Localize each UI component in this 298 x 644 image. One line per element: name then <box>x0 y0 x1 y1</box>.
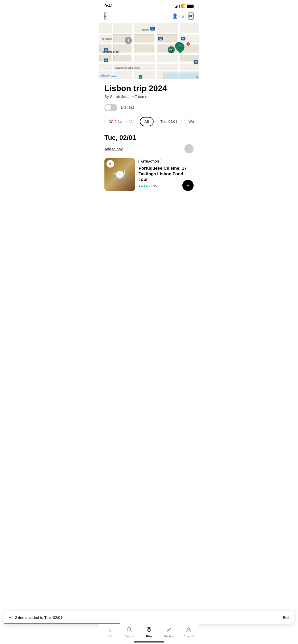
stars-display: ● ● ● ● ● <box>139 184 150 188</box>
map-label-santa-justa: Elevador de Santa Justa <box>115 67 140 69</box>
signal-icon <box>175 5 180 8</box>
wed-label: Wed, 03/01 <box>188 120 194 124</box>
tram-icon-4: 🚋 <box>104 48 108 52</box>
add-to-day-row: Add to day <box>104 144 194 153</box>
google-logo: Google <box>101 74 110 77</box>
map-background: Rossio Castelo de S ão Roque BAIRRO ALTO… <box>99 23 199 79</box>
trip-item-count: 7 items <box>135 94 147 99</box>
date-filter-range[interactable]: 📅 2 Jan → 11 <box>104 117 137 126</box>
metro-2: M <box>181 37 185 40</box>
toggle-knob <box>105 105 111 111</box>
star-4: ● <box>146 184 148 188</box>
add-person-button[interactable]: 👤+ 0 <box>172 13 184 19</box>
content-area: Lisbon trip 2024 By Sarah Jonas • 7 item… <box>99 79 199 191</box>
edit-button[interactable]: ✏ <box>188 12 194 20</box>
tue-label: Tue, 02/01 <box>160 120 177 124</box>
item-badge: ATTRACTION <box>139 159 161 164</box>
tram-icon-1: 🚋 <box>104 58 108 62</box>
star-3: ● <box>143 184 145 188</box>
item-card-food-tour: 🍽️ ♥ ATTRACTION Portuguese Cuisine: 17 T… <box>104 158 194 191</box>
edit-list-row: Edit list <box>104 104 194 111</box>
rating-count: 595 <box>151 184 157 188</box>
trip-separator: • <box>132 94 135 99</box>
action-icon: + <box>186 182 190 189</box>
date-filter-row: 📅 2 Jan → 11 All Tue, 02/01 Wed, 03/01 <box>104 117 194 127</box>
item-name: Portuguese Cuisine: 17 Tastings Lisbon F… <box>139 166 194 182</box>
day-header: Tue, 02/01 <box>104 134 194 142</box>
header-actions: 👤+ 0 ✏ <box>172 12 194 20</box>
star-1: ● <box>139 184 141 188</box>
date-filter-wed[interactable]: Wed, 03/01 <box>184 117 194 126</box>
all-label: All <box>144 120 149 124</box>
date-range-label: 2 Jan → 11 <box>115 120 133 124</box>
person-count: 0 <box>182 14 184 18</box>
edit-list-label: Edit list <box>121 105 134 110</box>
status-time: 9:41 <box>104 4 113 9</box>
wifi-icon: 📶 <box>181 4 185 8</box>
day-section-tue: Tue, 02/01 Add to day 🍽️ ♥ ATTRACTION Po… <box>104 134 194 191</box>
star-half: ● <box>148 184 150 188</box>
metro-rossio: M <box>150 27 155 31</box>
date-filter-all[interactable]: All <box>140 117 154 126</box>
map-pin-church: ✝ <box>125 37 132 44</box>
map-pin-main: 📍 ♥ <box>180 43 189 53</box>
edit-list-toggle[interactable] <box>104 104 117 111</box>
back-button[interactable]: ‹ <box>104 12 107 20</box>
trip-author: By Sarah Jonas <box>104 94 131 99</box>
map-label-rossio: Rossio <box>142 28 149 31</box>
bus-1: 🚌 <box>158 37 163 40</box>
trip-title: Lisbon trip 2024 <box>104 84 194 93</box>
day-dot <box>184 144 194 153</box>
item-heart-icon[interactable]: ♥ <box>106 160 114 168</box>
add-to-day-link[interactable]: Add to day <box>104 147 123 151</box>
date-filter-tue[interactable]: Tue, 02/01 <box>156 117 182 126</box>
map-view[interactable]: Rossio Castelo de S ão Roque BAIRRO ALTO… <box>99 23 199 79</box>
status-bar: 9:41 📶 <box>99 0 199 10</box>
transport-icon-2: 🚋 <box>194 60 198 64</box>
calendar-icon: 📅 <box>109 120 113 124</box>
nav-header: ‹ 👤+ 0 ✏ <box>99 10 199 23</box>
map-label-terreiro: Terreiro do Paço <box>196 76 199 79</box>
item-action-button[interactable]: + <box>182 180 194 191</box>
metro-bica: M <box>139 75 142 79</box>
item-image: 🍽️ ♥ <box>104 158 135 191</box>
add-person-icon: 👤+ <box>172 13 181 19</box>
map-pin-camera: 📷 <box>168 46 175 53</box>
map-label-aoroque: ão Roque <box>102 38 112 40</box>
battery-icon <box>187 5 194 8</box>
status-icons: 📶 <box>175 4 194 8</box>
star-2: ● <box>141 184 143 188</box>
trip-meta: By Sarah Jonas • 7 items <box>104 94 194 99</box>
